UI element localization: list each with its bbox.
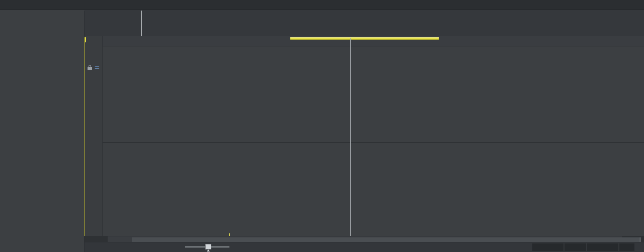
lock-icon[interactable] — [89, 65, 91, 68]
overview-playhead — [141, 11, 142, 36]
channel-1-waveform[interactable] — [103, 46, 644, 142]
main-pane: ⚌ — [85, 10, 644, 252]
audio-editor-window: ⚌ — [0, 0, 644, 252]
scrollbar-thumb[interactable] — [132, 237, 641, 242]
channel-divider — [103, 142, 644, 143]
scale-gutter: ⚌ — [85, 36, 103, 236]
playback-cursor — [350, 38, 351, 236]
blank-time-display — [565, 243, 586, 251]
selection-length-display — [587, 243, 618, 251]
scrollbar-track[interactable] — [108, 236, 622, 242]
link-channels-icon[interactable]: ⚌ — [95, 64, 100, 70]
overview-waveform[interactable] — [85, 11, 644, 36]
overview-strip[interactable] — [85, 10, 644, 36]
selection-range-bar[interactable] — [290, 37, 439, 40]
editing-tools-grid — [0, 12, 82, 92]
channel-2-waveform[interactable] — [103, 143, 644, 236]
rate-slider-handle[interactable] — [205, 244, 211, 249]
transport-bar — [85, 242, 644, 252]
divider — [103, 46, 644, 46]
cursor-time-display — [532, 243, 564, 251]
main-toolbar — [0, 0, 644, 10]
rate-slider-pointer — [207, 249, 210, 251]
selection-end-line — [85, 37, 85, 236]
horizontal-scrollbar-row — [85, 236, 644, 242]
zoom-ratio-display — [619, 243, 634, 251]
sidebar — [0, 11, 85, 252]
